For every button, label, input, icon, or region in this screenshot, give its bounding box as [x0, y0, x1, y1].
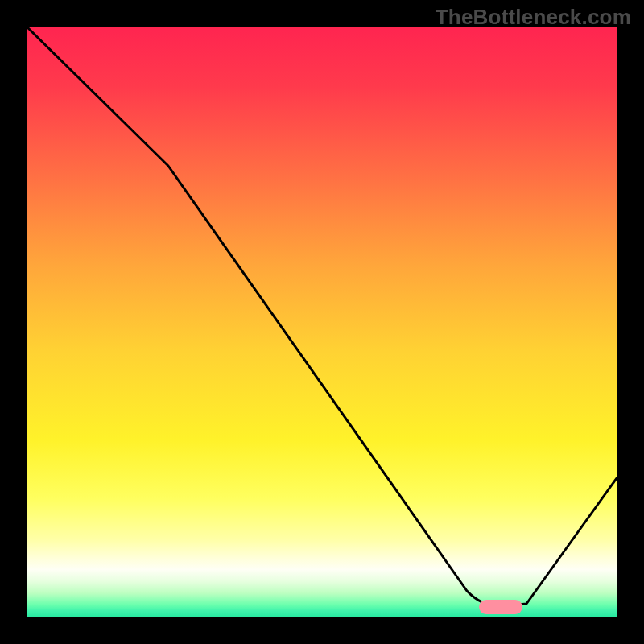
- chart-container: TheBottleneck.com: [0, 0, 644, 644]
- watermark-text: TheBottleneck.com: [436, 5, 631, 30]
- plot-area: [27, 27, 617, 617]
- minimum-marker: [479, 600, 522, 614]
- curve-line: [27, 27, 617, 617]
- curve-path: [27, 27, 617, 606]
